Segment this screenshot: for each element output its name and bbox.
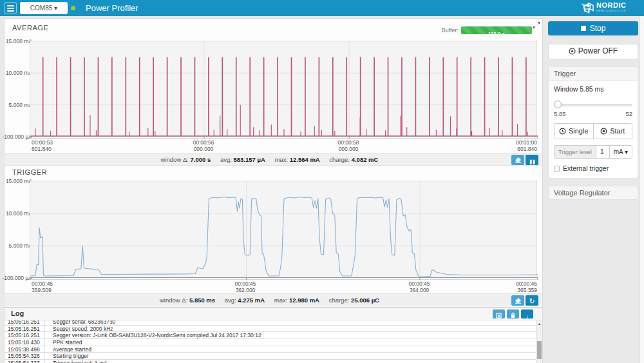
avg-x-tick: 601.840 [492, 146, 537, 152]
trig-x-tick: 00:00:45 [492, 280, 537, 287]
trigger-mode-buttons: Single Start [554, 123, 632, 139]
trig-window-value: 5.850 ms [189, 297, 215, 304]
log-row: 15:05:18.430PPK started [5, 339, 536, 346]
buffer-value: 113.0 s [488, 31, 505, 34]
trigger-section-title: TRIGGER [12, 168, 47, 176]
trigger-level-group: Trigger level mA ▾ [554, 145, 632, 159]
trig-x-tick: 00:00:45 [223, 280, 268, 287]
trig-clear-button[interactable] [511, 295, 524, 306]
slider-min-label: 5.85 [554, 110, 566, 117]
trig-avg-value: 4.275 mA [238, 297, 265, 304]
stop-icon [581, 26, 586, 31]
trig-y-label-15: 15.000 mA [0, 178, 32, 184]
voltage-regulator-header[interactable]: Voltage Regulator [549, 186, 638, 199]
brand-subtitle: SEMICONDUCTOR [596, 10, 639, 12]
trig-x-tick: 364.000 [397, 287, 442, 293]
slider-max-label: 52 [625, 110, 632, 117]
trigger-unit-dropdown[interactable]: mA ▾ [609, 146, 632, 158]
slider-handle[interactable] [554, 101, 562, 108]
avg-x-tick: 601.840 [32, 146, 77, 152]
log-header: Log ↓ [5, 308, 542, 320]
log-scrollbar-thumb[interactable] [537, 341, 542, 359]
avg-y-label-10: 10.000 mA [0, 70, 32, 76]
arrow-down-icon: ↓ [526, 313, 529, 320]
pause-icon: ❚❚ [529, 159, 535, 164]
serial-port-dropdown[interactable]: COM85 ▾ [20, 2, 68, 14]
trigger-level-label: Trigger level [554, 146, 596, 158]
brand-name: NORDIC [596, 1, 639, 10]
slider-track[interactable] [554, 104, 632, 106]
trig-x-tick: 359.509 [32, 287, 77, 293]
slider-scale: 5.85 52 [554, 110, 632, 117]
start-trigger-icon [600, 128, 607, 136]
sidebar: Stop Power OFF Trigger Window 5.85 ms 5.… [548, 18, 638, 200]
trig-x-tick: 00:00:45 [32, 280, 77, 287]
avg-x-tick: 000.000 [181, 146, 226, 152]
avg-max-label: max: [274, 156, 288, 163]
log-rows: 15:05:16.251Segger serial: 68236373015:0… [5, 319, 536, 363]
buffer-indicator: Buffer:113.0 s [442, 24, 532, 35]
avg-clear-button[interactable] [511, 155, 524, 165]
chevron-down-icon: ▾ [54, 5, 57, 12]
trig-y-label-5: 5.000 mA [0, 242, 32, 249]
power-off-label: Power OFF [578, 46, 618, 55]
avg-x-tick: 00:00:58 [326, 139, 371, 146]
avg-pause-button[interactable]: ❚❚ [526, 155, 538, 165]
start-button-label: Start [610, 127, 625, 135]
trigger-chart[interactable] [30, 181, 537, 278]
avg-avg-value: 583.157 µA [233, 156, 265, 163]
voltage-regulator-panel: Voltage Regulator [548, 186, 638, 200]
external-trigger-checkbox[interactable] [554, 166, 560, 172]
trigger-window-slider[interactable] [554, 101, 632, 108]
hamburger-menu-button[interactable] [4, 2, 17, 14]
avg-y-label-0: -100.000 µA [0, 133, 32, 140]
avg-charge-label: charge: [329, 156, 350, 163]
power-off-button[interactable]: Power OFF [548, 44, 638, 59]
avg-max-value: 12.564 mA [290, 156, 320, 163]
hamburger-icon [7, 5, 14, 6]
chart-panel: AVERAGE Buffer:113.0 s 15.000 mA 10.000 … [4, 18, 543, 308]
trigger-stats-bar: window Δ: 5.850 ms avg: 4.275 mA max: 12… [5, 293, 542, 306]
avg-x-tick: 00:00:53 [32, 139, 77, 146]
trig-max-label: max: [274, 297, 288, 304]
log-autoscroll-button[interactable]: ↓ [521, 309, 533, 319]
log-scrollbar[interactable]: ▴ [536, 320, 542, 363]
start-trigger-button[interactable]: Start [594, 124, 632, 139]
external-trigger-label: External trigger [563, 164, 609, 172]
external-trigger-row: External trigger [554, 164, 632, 172]
chevron-down-icon: ▾ [625, 148, 628, 155]
scroll-up-icon[interactable]: ▴ [536, 320, 542, 327]
trigger-panel-header[interactable]: Trigger [549, 67, 638, 81]
serial-port-label: COM85 [30, 5, 52, 12]
avg-y-label-5: 5.000 mA [0, 102, 32, 108]
avg-x-tick: 00:01:00 [492, 139, 537, 146]
avg-charge-value: 4.082 mC [352, 156, 379, 163]
single-trigger-button[interactable]: Single [554, 124, 594, 139]
nordic-logo-icon [583, 2, 594, 16]
navbar: COM85 ▾ Power Profiler NORDIC SEMICONDUC… [0, 0, 644, 16]
single-button-label: Single [569, 127, 589, 135]
avg-window-value: 7.000 s [191, 156, 211, 163]
buffer-progress-bar: 113.0 s [461, 26, 532, 34]
page-scrollbar[interactable] [639, 16, 644, 363]
log-row: 15:05:16.251Segger version: J-Link OB-SA… [5, 332, 536, 339]
log-row: 15:05:38.498Average started [5, 346, 536, 353]
log-panel: Log ↓ 15:05:16.251Segger serial: 6823637… [4, 308, 543, 363]
average-section-title: AVERAGE [12, 24, 49, 32]
log-clear-button[interactable] [507, 309, 519, 319]
nordic-logo: NORDIC SEMICONDUCTOR [596, 1, 639, 15]
hamburger-icon [7, 8, 14, 9]
stop-button[interactable]: Stop [548, 21, 638, 35]
trigger-unit-label: mA [614, 148, 623, 155]
average-stats-bar: window Δ: 7.000 s avg: 583.157 µA max: 1… [5, 153, 542, 166]
trig-reload-button[interactable]: ↻ [526, 295, 538, 306]
power-profiler-app: COM85 ▾ Power Profiler NORDIC SEMICONDUC… [0, 0, 644, 363]
power-icon [569, 48, 576, 57]
log-open-file-button[interactable] [493, 309, 505, 319]
average-chart[interactable] [30, 41, 537, 137]
trigger-level-input[interactable] [596, 146, 609, 158]
avg-x-tick: 00:00:56 [181, 139, 226, 146]
stop-button-label: Stop [590, 24, 606, 33]
trig-avg-label: avg: [225, 297, 236, 304]
fullscreen-expand-icon[interactable] [533, 20, 540, 28]
